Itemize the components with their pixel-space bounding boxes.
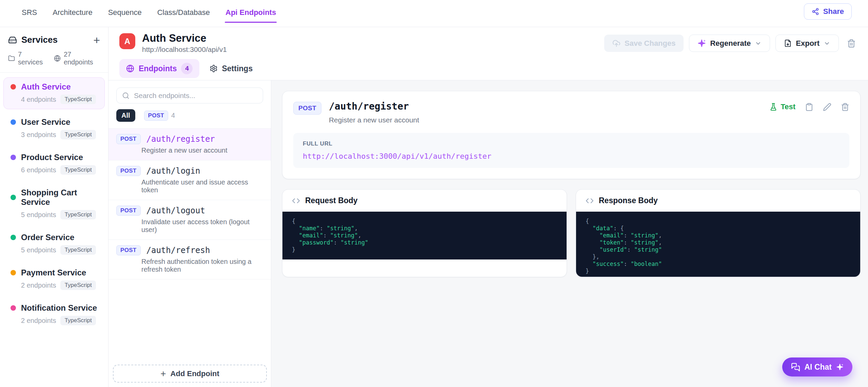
endpoint-detail-card: POST /auth/register Register a new user … xyxy=(282,91,861,179)
flask-icon xyxy=(769,103,777,111)
service-endpoint-count: 6 endpoints xyxy=(21,166,56,174)
tab-settings-label: Settings xyxy=(222,64,253,73)
service-language-badge: TypeScript xyxy=(60,316,96,325)
service-color-dot xyxy=(11,270,16,275)
endpoint-row[interactable]: POST /auth/register Register a new user … xyxy=(108,129,271,160)
post-method-badge: POST xyxy=(293,102,321,115)
share-label: Share xyxy=(823,7,844,16)
service-color-dot xyxy=(11,235,16,240)
service-language-badge: TypeScript xyxy=(60,245,96,255)
service-list-item[interactable]: Product Service 6 endpoints TypeScript xyxy=(3,148,105,180)
share-button[interactable]: Share xyxy=(804,3,852,20)
tab-endpoints-label: Endpoints xyxy=(139,64,177,73)
chevron-down-icon xyxy=(824,40,830,47)
service-list-item[interactable]: Notification Service 2 endpoints TypeScr… xyxy=(3,298,105,330)
post-method-badge: POST xyxy=(116,134,141,144)
service-color-dot xyxy=(11,119,16,125)
export-label: Export xyxy=(796,39,820,48)
service-list-item[interactable]: Shopping Cart Service 5 endpoints TypeSc… xyxy=(3,183,105,225)
service-name: Order Service xyxy=(21,233,74,242)
save-changes-label: Save Changes xyxy=(625,39,675,48)
ai-chat-button[interactable]: AI Chat xyxy=(782,357,853,376)
endpoint-row[interactable]: POST /auth/logout Invalidate user access… xyxy=(108,200,271,240)
export-button[interactable]: Export xyxy=(775,35,839,52)
ai-chat-label: AI Chat xyxy=(805,363,832,372)
service-endpoint-count: 4 endpoints xyxy=(21,96,56,103)
trash-icon[interactable] xyxy=(841,103,849,111)
service-language-badge: TypeScript xyxy=(60,210,96,219)
service-list-item[interactable]: User Service 3 endpoints TypeScript xyxy=(3,113,105,144)
service-language-badge: TypeScript xyxy=(60,95,96,104)
search-icon xyxy=(122,92,130,99)
post-method-badge: POST xyxy=(144,111,169,121)
service-name: Shopping Cart Service xyxy=(21,188,100,207)
service-endpoint-count: 3 endpoints xyxy=(21,131,56,139)
endpoint-description: Invalidate user access token (logout use… xyxy=(116,218,263,234)
services-count: 7 services xyxy=(18,51,46,66)
endpoint-row[interactable]: POST /auth/refresh Refresh authenticatio… xyxy=(108,240,271,279)
endpoints-count-badge: 4 xyxy=(181,63,193,74)
endpoints-count: 27 endpoints xyxy=(64,51,100,66)
folder-icon xyxy=(8,55,15,62)
detail-endpoint-description: Register a new user account xyxy=(329,116,419,124)
add-service-button[interactable]: + xyxy=(93,36,100,44)
code-icon xyxy=(292,197,300,205)
add-endpoint-button[interactable]: + Add Endpoint xyxy=(113,365,267,383)
page-title: Auth Service xyxy=(142,33,227,43)
service-name: Auth Service xyxy=(21,82,71,92)
endpoint-list: POST /auth/register Register a new user … xyxy=(108,128,271,279)
nav-item[interactable]: Api Endpoints xyxy=(225,8,276,22)
add-endpoint-label: Add Endpoint xyxy=(171,369,219,378)
service-color-dot xyxy=(11,305,16,311)
copy-icon[interactable] xyxy=(805,103,813,111)
globe-icon xyxy=(54,55,61,62)
gear-icon xyxy=(210,64,218,73)
service-name: Notification Service xyxy=(21,303,97,313)
share-icon xyxy=(812,8,819,15)
endpoint-path: /auth/login xyxy=(146,166,200,176)
nav-item[interactable]: Architecture xyxy=(53,8,92,22)
filter-all-chip[interactable]: All xyxy=(116,109,135,122)
delete-service-icon[interactable] xyxy=(847,39,856,48)
tab-settings[interactable]: Settings xyxy=(210,64,253,73)
plus-icon: + xyxy=(160,368,166,379)
test-endpoint-button[interactable]: Test xyxy=(769,102,795,111)
nav-item[interactable]: SRS xyxy=(22,8,37,22)
sparkles-icon xyxy=(836,363,844,371)
chevron-down-icon xyxy=(755,40,762,47)
regenerate-button[interactable]: Regenerate xyxy=(689,35,770,52)
tab-endpoints[interactable]: Endpoints 4 xyxy=(119,59,199,78)
detail-endpoint-path: /auth/register xyxy=(329,101,419,112)
request-body-title: Request Body xyxy=(305,196,358,205)
service-base-url: http://localhost:3000/api/v1 xyxy=(142,45,227,54)
service-name: User Service xyxy=(21,117,70,127)
endpoint-path: /auth/logout xyxy=(146,206,205,215)
edit-icon[interactable] xyxy=(823,103,831,111)
regenerate-label: Regenerate xyxy=(710,39,751,48)
top-nav: SRS Architecture Sequence Class/Database… xyxy=(0,0,868,27)
service-name: Payment Service xyxy=(21,268,86,277)
filter-post-chip[interactable]: POST 4 xyxy=(144,111,175,121)
endpoint-description: Authenticate user and issue access token xyxy=(116,178,263,194)
full-url-value: http://localhost:3000/api/v1/auth/regist… xyxy=(303,152,840,160)
service-list-item[interactable]: Order Service 5 endpoints TypeScript xyxy=(3,228,105,260)
test-label: Test xyxy=(781,102,795,111)
endpoint-path: /auth/refresh xyxy=(146,246,210,255)
search-input[interactable] xyxy=(134,92,257,100)
service-list-item[interactable]: Auth Service 4 endpoints TypeScript xyxy=(3,77,105,109)
nav-item[interactable]: Sequence xyxy=(108,8,142,22)
service-language-badge: TypeScript xyxy=(60,130,96,139)
service-list: Auth Service 4 endpoints TypeScript User… xyxy=(0,73,108,338)
endpoint-row[interactable]: POST /auth/login Authenticate user and i… xyxy=(108,160,271,200)
save-changes-button[interactable]: Save Changes xyxy=(604,35,684,52)
service-language-badge: TypeScript xyxy=(60,280,96,290)
file-download-icon xyxy=(784,39,792,47)
service-list-item[interactable]: Payment Service 2 endpoints TypeScript xyxy=(3,263,105,295)
endpoint-search[interactable] xyxy=(116,88,263,103)
service-endpoint-count: 2 endpoints xyxy=(21,317,56,325)
post-method-badge: POST xyxy=(116,166,141,176)
service-name: Product Service xyxy=(21,153,83,162)
response-body-title: Response Body xyxy=(599,196,658,205)
nav-item[interactable]: Class/Database xyxy=(157,8,210,22)
cloud-upload-icon xyxy=(612,39,620,47)
